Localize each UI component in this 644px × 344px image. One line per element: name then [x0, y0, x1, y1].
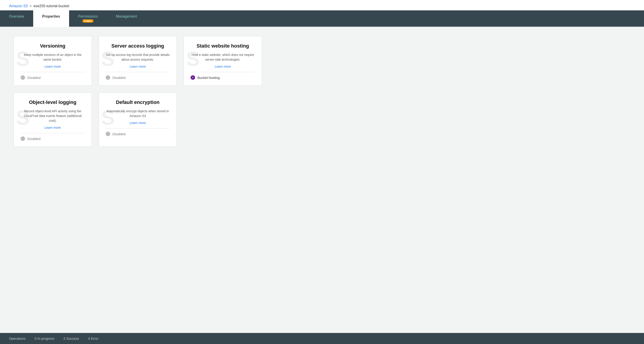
object-level-logging-card: S Object-level logging Record object-lev… — [14, 92, 92, 147]
footer: Operations 0 In progress 2 Success 0 Err… — [0, 333, 644, 344]
server-access-logging-title: Server access logging — [111, 43, 164, 49]
default-encryption-card: S Default encryption Automatically encry… — [99, 92, 177, 147]
breadcrumb: Amazon S3 > ese205-tutorial-bucket — [0, 0, 644, 10]
static-website-hosting-status-text: Bucket hosting — [197, 76, 220, 80]
footer-operations-label: Operations — [9, 337, 26, 341]
breadcrumb-s3-link[interactable]: Amazon S3 — [9, 4, 28, 8]
versioning-learn-more[interactable]: Learn more — [45, 65, 61, 68]
properties-grid: S Versioning Keep multiple versions of a… — [14, 36, 262, 147]
static-website-hosting-title: Static website hosting — [197, 43, 249, 49]
object-level-logging-divider — [20, 133, 85, 133]
object-level-logging-description: Record object-level API activity using t… — [20, 109, 85, 123]
static-website-hosting-status: Bucket hosting — [190, 75, 220, 80]
default-encryption-status-dot — [106, 132, 110, 136]
tab-properties[interactable]: Properties — [33, 10, 69, 27]
breadcrumb-separator: > — [30, 4, 32, 8]
versioning-divider — [20, 72, 85, 72]
object-level-logging-status-dot — [20, 136, 25, 141]
object-level-logging-learn-more[interactable]: Learn more — [45, 126, 61, 129]
tab-overview[interactable]: Overview — [0, 10, 33, 27]
object-level-logging-title: Object-level logging — [29, 99, 76, 105]
static-website-hosting-divider — [190, 72, 255, 72]
server-access-logging-card: S Server access logging Set up access lo… — [99, 36, 177, 86]
static-website-hosting-status-dot — [190, 75, 195, 80]
breadcrumb-bucket-name: ese205-tutorial-bucket — [34, 4, 69, 8]
default-encryption-status: Disabled — [106, 132, 126, 136]
versioning-status-text: Disabled — [27, 76, 40, 80]
server-access-logging-learn-more[interactable]: Learn more — [130, 65, 146, 68]
server-access-logging-status-text: Disabled — [112, 76, 126, 80]
default-encryption-learn-more[interactable]: Learn more — [130, 121, 146, 125]
static-website-hosting-card: S Static website hosting Host a static w… — [184, 36, 262, 86]
default-encryption-divider — [106, 128, 170, 129]
permissions-badge: Public — [82, 19, 94, 22]
versioning-title: Versioning — [40, 43, 65, 49]
object-level-logging-status: Disabled — [20, 136, 40, 141]
static-website-hosting-learn-more[interactable]: Learn more — [215, 65, 231, 68]
default-encryption-status-text: Disabled — [112, 132, 126, 136]
versioning-card: S Versioning Keep multiple versions of a… — [14, 36, 92, 86]
static-website-hosting-description: Host a static website, which does not re… — [190, 52, 255, 62]
object-level-logging-status-text: Disabled — [27, 137, 40, 141]
versioning-description: Keep multiple versions of an object in t… — [20, 52, 85, 62]
versioning-status: Disabled — [20, 75, 40, 80]
footer-in-progress: 0 In progress — [34, 337, 54, 341]
footer-success: 2 Success — [64, 337, 79, 341]
tab-management[interactable]: Management — [107, 10, 146, 27]
tab-bar: Overview Properties Permissions Public M… — [0, 10, 644, 27]
default-encryption-description: Automatically encrypt objects when store… — [106, 109, 170, 118]
server-access-logging-divider — [106, 72, 170, 72]
default-encryption-title: Default encryption — [116, 99, 160, 105]
footer-error: 0 Error — [88, 337, 98, 341]
server-access-logging-description: Set up access log records that provide d… — [106, 52, 170, 62]
versioning-status-dot — [20, 75, 25, 80]
tab-permissions[interactable]: Permissions Public — [69, 10, 107, 27]
server-access-logging-status: Disabled — [106, 75, 126, 80]
main-content: S Versioning Keep multiple versions of a… — [0, 27, 644, 333]
server-access-logging-status-dot — [106, 75, 110, 80]
